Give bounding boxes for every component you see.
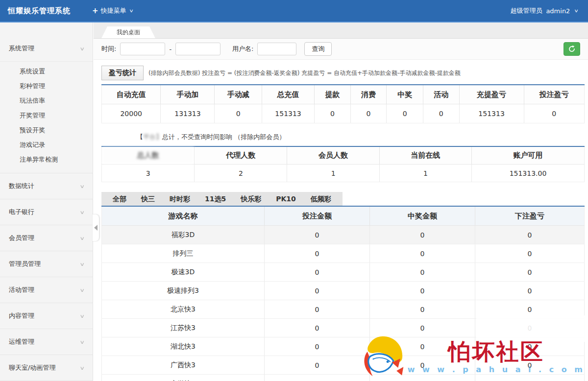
totals-note-text: 总计，不受查询时间影响 （排除内部会员） [162, 133, 285, 141]
sidebar-group: 运维管理∨ [0, 329, 93, 355]
game-tab[interactable]: 时时彩 [162, 192, 197, 206]
chevron-down-icon: ∨ [79, 184, 85, 189]
sidebar-group-header[interactable]: 电子银行∨ [0, 199, 93, 225]
sidebar-group: 聊天室/动画管理∨ [0, 355, 93, 381]
brand-title[interactable]: 恒耀娱乐管理系统 [0, 6, 71, 16]
game-name-cell: 排列三 [102, 244, 265, 263]
stat-value-cell: 0 [315, 104, 351, 123]
refresh-icon [568, 45, 576, 53]
sidebar-group-header[interactable]: 会员管理∨ [0, 225, 93, 251]
stat-value-cell: 151313 [262, 104, 315, 123]
game-tab[interactable]: 快三 [134, 192, 162, 206]
query-button[interactable]: 查询 [304, 42, 332, 56]
sidebar-group-header[interactable]: 管理员管理∨ [0, 251, 93, 277]
amount-cell: 0 [264, 356, 369, 375]
username-input[interactable] [257, 43, 296, 55]
column-header: 下注盈亏 [475, 206, 585, 226]
stat-value-cell: 0 [524, 104, 584, 123]
column-header: 提款 [315, 85, 351, 104]
user-menu[interactable]: 超级管理员 admin2 ∨ [510, 6, 588, 15]
stat-value-cell: 0 [423, 104, 459, 123]
sidebar-group-label: 运维管理 [9, 337, 34, 346]
sidebar-group-label: 系统管理 [9, 44, 34, 53]
sidebar: 系统管理∨系统设置彩种管理玩法倍率开奖管理预设开奖游戏记录注单异常检测数据统计∨… [0, 23, 93, 381]
amount-cell: 0 [264, 244, 369, 263]
stat-value-cell: 151313.00 [472, 165, 585, 182]
column-header: 活动 [423, 85, 459, 104]
triangle-left-icon [94, 225, 98, 231]
column-header: 当前在线 [379, 146, 471, 165]
app-window: 恒耀娱乐管理系统 + 快捷菜单 ∨ 超级管理员 admin2 ∨ 系统管理∨系统… [0, 0, 588, 381]
sidebar-item[interactable]: 注单异常检测 [0, 152, 93, 167]
sidebar-group: 管理员管理∨ [0, 251, 93, 277]
stat-value-cell: 131313 [161, 104, 215, 123]
refresh-button[interactable] [564, 42, 580, 56]
sidebar-submenu: 系统设置彩种管理玩法倍率开奖管理预设开奖游戏记录注单异常检测 [0, 62, 93, 173]
game-name-cell: 江苏快3 [102, 319, 265, 337]
sidebar-group-header[interactable]: 系统管理∨ [0, 36, 93, 62]
chevron-down-icon: ∨ [129, 8, 134, 13]
sidebar-group-header[interactable]: 内容管理∨ [0, 303, 93, 329]
sidebar-item[interactable]: 开奖管理 [0, 108, 93, 123]
table-row: 3211151313.00 [102, 165, 585, 182]
chevron-down-icon: ∨ [79, 236, 85, 241]
time-start-input[interactable] [120, 43, 165, 55]
amount-cell: 0 [264, 375, 369, 381]
amount-cell: 0 [264, 319, 369, 337]
stat-value-cell: 3 [102, 165, 195, 182]
table-header-row: 总人数代理人数会员人数当前在线账户可用 [102, 146, 585, 165]
column-header: 总充值 [262, 85, 315, 104]
sidebar-group-label: 聊天室/动画管理 [9, 363, 55, 372]
column-header: 中奖金额 [369, 206, 475, 226]
game-tab[interactable]: 全部 [105, 192, 134, 206]
game-tab[interactable]: PK10 [269, 192, 303, 206]
sidebar-collapse-handle[interactable] [93, 214, 99, 241]
sidebar-item[interactable]: 游戏记录 [0, 138, 93, 152]
column-header: 投注金额 [264, 206, 369, 226]
time-end-input[interactable] [175, 43, 220, 55]
game-tab[interactable]: 11选5 [197, 192, 233, 206]
sidebar-group-header[interactable]: 聊天室/动画管理∨ [0, 355, 93, 381]
stat-value-cell: 0 [215, 104, 262, 123]
game-name-cell: 极速3D [102, 263, 265, 282]
sidebar-group: 系统管理∨系统设置彩种管理玩法倍率开奖管理预设开奖游戏记录注单异常检测 [0, 36, 93, 173]
game-tab[interactable]: 快乐彩 [233, 192, 269, 206]
redacted-text: 平台】 [143, 133, 162, 141]
game-tab[interactable]: 低频彩 [303, 192, 339, 206]
bracket-open: 【 [137, 133, 143, 141]
sidebar-group: 电子银行∨ [0, 199, 93, 225]
sidebar-group-label: 电子银行 [9, 208, 34, 216]
quick-menu-button[interactable]: + 快捷菜单 ∨ [92, 6, 133, 15]
sidebar-item[interactable]: 系统设置 [0, 64, 93, 79]
amount-cell: 0 [264, 226, 369, 244]
fish-logo-icon [360, 334, 406, 380]
profit-stats-button[interactable]: 盈亏统计 [101, 66, 144, 80]
stat-value-cell: 20000 [102, 104, 161, 123]
profit-section-header: 盈亏统计 (排除内部会员数据) 投注盈亏 = (投注消费金额-返奖金额) 充提盈… [101, 66, 585, 80]
sidebar-group-header[interactable]: 活动管理∨ [0, 277, 93, 303]
tab-my-desktop[interactable]: 我的桌面 [101, 26, 155, 38]
column-header: 账户可用 [472, 146, 585, 165]
column-header: 自动充值 [102, 85, 161, 104]
filter-bar: 时间: - 用户名: 查询 [94, 39, 588, 60]
sidebar-group: 内容管理∨ [0, 303, 93, 329]
table-row: 极速排列3000 [102, 282, 585, 300]
column-header: 投注盈亏 [524, 85, 584, 104]
chevron-down-icon: ∨ [79, 46, 85, 51]
sidebar-menu: 系统管理∨系统设置彩种管理玩法倍率开奖管理预设开奖游戏记录注单异常检测数据统计∨… [0, 36, 93, 381]
sidebar-item[interactable]: 彩种管理 [0, 79, 93, 94]
sidebar-item[interactable]: 玩法倍率 [0, 94, 93, 108]
sidebar-group-label: 活动管理 [9, 286, 34, 294]
table-row: 排列三000 [102, 244, 585, 263]
sidebar-group: 会员管理∨ [0, 225, 93, 251]
sidebar-item[interactable]: 预设开奖 [0, 123, 93, 138]
sidebar-group-label: 数据统计 [9, 182, 34, 190]
amount-cell: 0 [369, 226, 475, 244]
username-label: admin2 [546, 7, 570, 15]
watermark: 怕坏社区 w w w . p a h u a i . c o m [360, 334, 585, 380]
chevron-down-icon: ∨ [79, 339, 85, 345]
sidebar-group-label: 内容管理 [9, 311, 34, 320]
username-field-label: 用户名: [232, 45, 253, 53]
sidebar-group-header[interactable]: 运维管理∨ [0, 329, 93, 355]
sidebar-group-header[interactable]: 数据统计∨ [0, 173, 93, 199]
